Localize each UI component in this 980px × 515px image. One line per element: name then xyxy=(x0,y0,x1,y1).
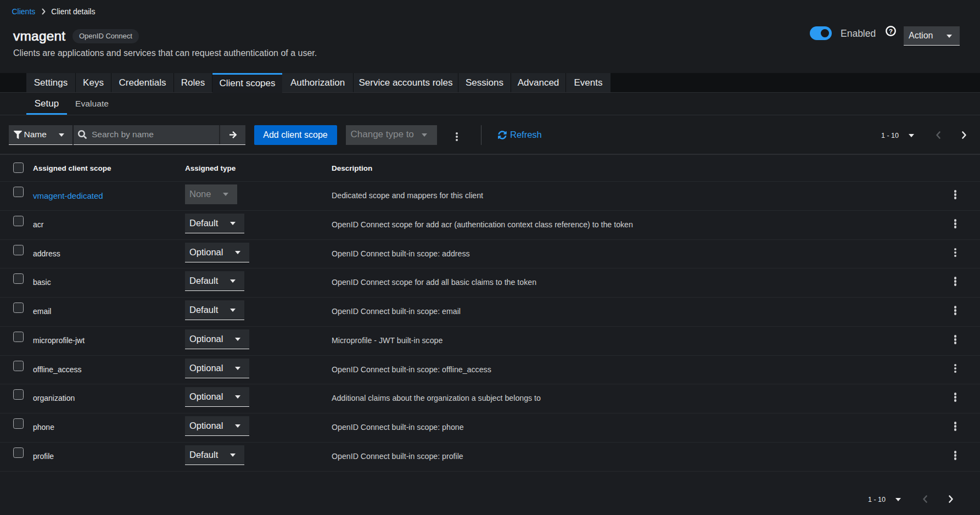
svg-text:?: ? xyxy=(889,28,893,35)
